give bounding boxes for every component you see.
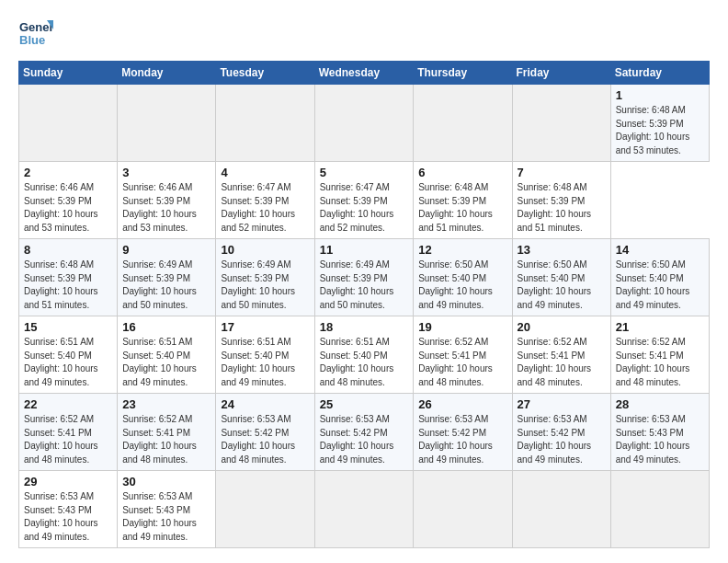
day-cell-27: 27Sunrise: 6:53 AMSunset: 5:42 PMDayligh… bbox=[512, 394, 610, 471]
day-number: 14 bbox=[616, 243, 704, 257]
day-detail: Sunrise: 6:49 AMSunset: 5:39 PMDaylight:… bbox=[221, 259, 309, 312]
day-number: 15 bbox=[24, 320, 112, 334]
calendar-week-1: 1Sunrise: 6:48 AMSunset: 5:39 PMDaylight… bbox=[19, 85, 710, 162]
day-detail: Sunrise: 6:52 AMSunset: 5:41 PMDaylight:… bbox=[122, 413, 210, 466]
day-detail: Sunrise: 6:52 AMSunset: 5:41 PMDaylight:… bbox=[616, 336, 704, 389]
col-header-thursday: Thursday bbox=[414, 62, 512, 85]
day-number: 22 bbox=[24, 397, 112, 411]
day-cell-28: 28Sunrise: 6:53 AMSunset: 5:43 PMDayligh… bbox=[610, 394, 709, 471]
day-number: 29 bbox=[24, 475, 112, 488]
day-cell-6: 6Sunrise: 6:48 AMSunset: 5:39 PMDaylight… bbox=[414, 162, 512, 239]
day-number: 30 bbox=[122, 475, 210, 488]
empty-cell bbox=[314, 85, 414, 162]
day-cell-17: 17Sunrise: 6:51 AMSunset: 5:40 PMDayligh… bbox=[216, 316, 314, 394]
day-detail: Sunrise: 6:51 AMSunset: 5:40 PMDaylight:… bbox=[122, 336, 210, 389]
day-cell-5: 5Sunrise: 6:47 AMSunset: 5:39 PMDaylight… bbox=[314, 162, 414, 239]
day-detail: Sunrise: 6:48 AMSunset: 5:39 PMDaylight:… bbox=[616, 104, 704, 157]
day-detail: Sunrise: 6:47 AMSunset: 5:39 PMDaylight:… bbox=[320, 181, 409, 235]
calendar-week-6: 29Sunrise: 6:53 AMSunset: 5:43 PMDayligh… bbox=[19, 471, 710, 548]
day-cell-8: 8Sunrise: 6:48 AMSunset: 5:39 PMDaylight… bbox=[19, 239, 118, 316]
calendar-week-5: 22Sunrise: 6:52 AMSunset: 5:41 PMDayligh… bbox=[19, 394, 710, 471]
logo-wordmark: General Blue bbox=[18, 17, 53, 52]
day-detail: Sunrise: 6:53 AMSunset: 5:42 PMDaylight:… bbox=[518, 413, 606, 466]
day-cell-23: 23Sunrise: 6:52 AMSunset: 5:41 PMDayligh… bbox=[118, 394, 216, 471]
day-number: 28 bbox=[616, 397, 704, 411]
day-cell-25: 25Sunrise: 6:53 AMSunset: 5:42 PMDayligh… bbox=[314, 394, 414, 471]
day-detail: Sunrise: 6:53 AMSunset: 5:43 PMDaylight:… bbox=[24, 490, 112, 544]
calendar-table: SundayMondayTuesdayWednesdayThursdayFrid… bbox=[18, 61, 710, 548]
logo: General Blue bbox=[18, 17, 53, 52]
day-detail: Sunrise: 6:48 AMSunset: 5:39 PMDaylight:… bbox=[24, 259, 112, 312]
day-cell-11: 11Sunrise: 6:49 AMSunset: 5:39 PMDayligh… bbox=[314, 239, 414, 316]
empty-cell bbox=[314, 471, 414, 548]
day-number: 10 bbox=[221, 243, 309, 257]
day-cell-30: 30Sunrise: 6:53 AMSunset: 5:43 PMDayligh… bbox=[118, 471, 216, 548]
empty-cell bbox=[216, 85, 314, 162]
col-header-wednesday: Wednesday bbox=[314, 62, 414, 85]
day-number: 5 bbox=[320, 166, 409, 179]
day-detail: Sunrise: 6:47 AMSunset: 5:39 PMDaylight:… bbox=[221, 181, 309, 235]
day-number: 2 bbox=[24, 166, 112, 179]
svg-text:Blue: Blue bbox=[19, 33, 45, 47]
day-number: 21 bbox=[616, 320, 704, 334]
day-number: 11 bbox=[320, 243, 409, 257]
day-number: 12 bbox=[418, 243, 506, 257]
col-header-tuesday: Tuesday bbox=[216, 62, 314, 85]
day-number: 4 bbox=[221, 166, 309, 179]
day-number: 6 bbox=[418, 166, 506, 179]
day-detail: Sunrise: 6:49 AMSunset: 5:39 PMDaylight:… bbox=[122, 259, 210, 312]
day-number: 26 bbox=[418, 397, 506, 411]
header: General Blue bbox=[18, 17, 710, 52]
day-number: 23 bbox=[122, 397, 210, 411]
logo-icon: General Blue bbox=[18, 17, 53, 52]
day-detail: Sunrise: 6:52 AMSunset: 5:41 PMDaylight:… bbox=[24, 413, 112, 466]
day-cell-24: 24Sunrise: 6:53 AMSunset: 5:42 PMDayligh… bbox=[216, 394, 314, 471]
day-number: 27 bbox=[518, 397, 606, 411]
empty-cell bbox=[414, 471, 512, 548]
empty-cell bbox=[118, 85, 216, 162]
day-detail: Sunrise: 6:52 AMSunset: 5:41 PMDaylight:… bbox=[418, 336, 506, 389]
day-number: 16 bbox=[122, 320, 210, 334]
calendar-week-3: 8Sunrise: 6:48 AMSunset: 5:39 PMDaylight… bbox=[19, 239, 710, 316]
day-number: 8 bbox=[24, 243, 112, 257]
day-detail: Sunrise: 6:53 AMSunset: 5:42 PMDaylight:… bbox=[418, 413, 506, 466]
day-detail: Sunrise: 6:48 AMSunset: 5:39 PMDaylight:… bbox=[418, 181, 506, 235]
day-detail: Sunrise: 6:49 AMSunset: 5:39 PMDaylight:… bbox=[320, 259, 409, 312]
svg-text:General: General bbox=[19, 20, 53, 34]
day-cell-15: 15Sunrise: 6:51 AMSunset: 5:40 PMDayligh… bbox=[19, 316, 118, 394]
day-detail: Sunrise: 6:50 AMSunset: 5:40 PMDaylight:… bbox=[616, 259, 704, 312]
day-cell-29: 29Sunrise: 6:53 AMSunset: 5:43 PMDayligh… bbox=[19, 471, 118, 548]
day-detail: Sunrise: 6:51 AMSunset: 5:40 PMDaylight:… bbox=[24, 336, 112, 389]
calendar-header-row: SundayMondayTuesdayWednesdayThursdayFrid… bbox=[19, 62, 710, 85]
day-number: 25 bbox=[320, 397, 409, 411]
day-detail: Sunrise: 6:46 AMSunset: 5:39 PMDaylight:… bbox=[24, 181, 112, 235]
day-cell-3: 3Sunrise: 6:46 AMSunset: 5:39 PMDaylight… bbox=[118, 162, 216, 239]
empty-cell bbox=[19, 85, 118, 162]
day-detail: Sunrise: 6:48 AMSunset: 5:39 PMDaylight:… bbox=[518, 181, 606, 235]
col-header-monday: Monday bbox=[118, 62, 216, 85]
day-cell-16: 16Sunrise: 6:51 AMSunset: 5:40 PMDayligh… bbox=[118, 316, 216, 394]
day-cell-4: 4Sunrise: 6:47 AMSunset: 5:39 PMDaylight… bbox=[216, 162, 314, 239]
day-cell-20: 20Sunrise: 6:52 AMSunset: 5:41 PMDayligh… bbox=[512, 316, 610, 394]
day-cell-14: 14Sunrise: 6:50 AMSunset: 5:40 PMDayligh… bbox=[610, 239, 709, 316]
day-detail: Sunrise: 6:52 AMSunset: 5:41 PMDaylight:… bbox=[518, 336, 606, 389]
day-number: 18 bbox=[320, 320, 409, 334]
empty-cell bbox=[610, 471, 709, 548]
calendar-week-2: 2Sunrise: 6:46 AMSunset: 5:39 PMDaylight… bbox=[19, 162, 710, 239]
day-cell-13: 13Sunrise: 6:50 AMSunset: 5:40 PMDayligh… bbox=[512, 239, 610, 316]
day-detail: Sunrise: 6:51 AMSunset: 5:40 PMDaylight:… bbox=[320, 336, 409, 389]
day-number: 13 bbox=[518, 243, 606, 257]
day-detail: Sunrise: 6:53 AMSunset: 5:43 PMDaylight:… bbox=[122, 490, 210, 544]
day-cell-7: 7Sunrise: 6:48 AMSunset: 5:39 PMDaylight… bbox=[512, 162, 610, 239]
day-detail: Sunrise: 6:53 AMSunset: 5:42 PMDaylight:… bbox=[221, 413, 309, 466]
day-cell-21: 21Sunrise: 6:52 AMSunset: 5:41 PMDayligh… bbox=[610, 316, 709, 394]
day-number: 19 bbox=[418, 320, 506, 334]
day-cell-22: 22Sunrise: 6:52 AMSunset: 5:41 PMDayligh… bbox=[19, 394, 118, 471]
day-number: 1 bbox=[616, 88, 704, 102]
day-number: 20 bbox=[518, 320, 606, 334]
col-header-friday: Friday bbox=[512, 62, 610, 85]
day-detail: Sunrise: 6:50 AMSunset: 5:40 PMDaylight:… bbox=[518, 259, 606, 312]
day-number: 24 bbox=[221, 397, 309, 411]
day-cell-1: 1Sunrise: 6:48 AMSunset: 5:39 PMDaylight… bbox=[610, 85, 709, 162]
day-detail: Sunrise: 6:46 AMSunset: 5:39 PMDaylight:… bbox=[122, 181, 210, 235]
